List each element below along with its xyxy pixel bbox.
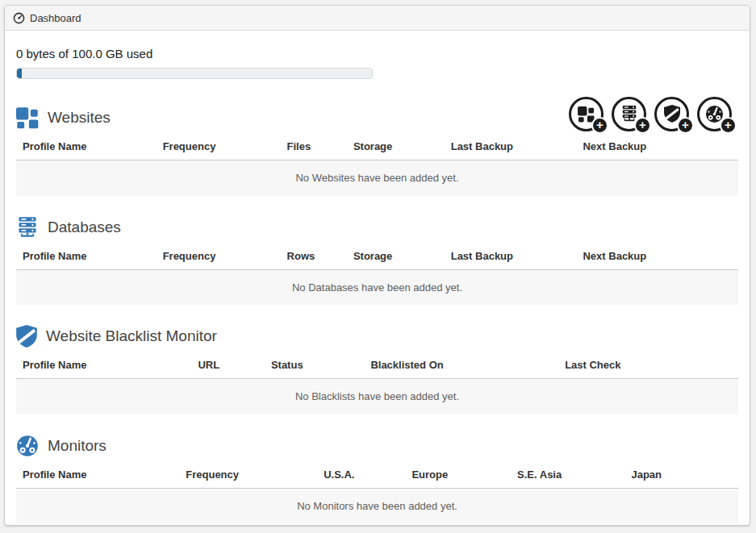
storage-usage-text: 0 bytes of 100.0 GB used: [16, 47, 738, 60]
empty-state-text: No Monitors have been added yet.: [16, 488, 738, 523]
column-header: Frequency: [179, 464, 317, 489]
plus-icon: +: [634, 117, 651, 134]
plus-icon: +: [720, 117, 737, 134]
section-title: Monitors: [48, 437, 107, 455]
column-header: Next Backup: [576, 246, 738, 270]
column-header: URL: [191, 355, 264, 379]
table-header-row: Profile Name Frequency Files Storage Las…: [16, 136, 738, 160]
plus-icon: +: [677, 117, 694, 134]
section-title: Websites: [48, 109, 111, 127]
column-header: Frequency: [157, 246, 281, 270]
databases-table: Profile Name Frequency Rows Storage Last…: [16, 246, 738, 306]
dashboard-gauge-icon: [13, 12, 25, 24]
panel-header: Dashboard: [5, 6, 750, 31]
column-header: Profile Name: [16, 355, 191, 379]
column-header: Last Backup: [445, 246, 577, 270]
column-header: Japan: [624, 464, 738, 489]
column-header: S.E. Asia: [511, 464, 624, 489]
column-header: Storage: [347, 136, 445, 160]
column-header: Profile Name: [16, 464, 179, 489]
column-header: Storage: [347, 246, 445, 270]
table-header-row: Profile Name URL Status Blacklisted On L…: [16, 355, 738, 379]
column-header: Profile Name: [16, 246, 157, 270]
section-blacklist-monitor: Website Blacklist Monitor Profile Name U…: [16, 325, 738, 414]
column-header: Files: [281, 136, 347, 160]
dashboard-panel: Dashboard 0 bytes of 100.0 GB used +: [4, 5, 750, 526]
section-monitors: Monitors Profile Name Frequency U.S.A. E…: [16, 435, 738, 524]
quick-add-toolbar: +: [569, 94, 737, 134]
empty-state-text: No Blacklists have been added yet.: [16, 379, 738, 414]
section-databases: Databases Profile Name Frequency Rows St…: [16, 216, 738, 306]
websites-blocks-icon: [16, 106, 39, 129]
section-title: Website Blacklist Monitor: [46, 327, 217, 345]
table-header-row: Profile Name Frequency Rows Storage Last…: [16, 246, 738, 270]
gauge-icon: [16, 435, 39, 457]
empty-state-text: No Databases have been added yet.: [16, 269, 738, 305]
column-header: U.S.A.: [317, 464, 405, 489]
column-header: Profile Name: [16, 136, 157, 160]
add-website-button[interactable]: +: [569, 94, 608, 134]
empty-state-row: No Monitors have been added yet.: [16, 488, 738, 523]
column-header: Last Backup: [445, 136, 577, 160]
storage-progress-bar: [16, 68, 373, 79]
blacklist-table: Profile Name URL Status Blacklisted On L…: [16, 355, 738, 414]
empty-state-row: No Blacklists have been added yet.: [16, 379, 738, 414]
column-header: Status: [265, 355, 365, 379]
column-header: Frequency: [157, 136, 281, 160]
column-header: Blacklisted On: [364, 355, 558, 379]
column-header: Rows: [281, 246, 347, 270]
empty-state-row: No Databases have been added yet.: [16, 269, 738, 305]
panel-body: 0 bytes of 100.0 GB used +: [5, 47, 750, 531]
websites-table: Profile Name Frequency Files Storage Las…: [16, 136, 738, 196]
panel-title: Dashboard: [30, 12, 81, 24]
column-header: Last Check: [558, 355, 738, 379]
add-monitor-button[interactable]: +: [697, 94, 737, 134]
table-header-row: Profile Name Frequency U.S.A. Europe S.E…: [16, 464, 738, 489]
add-database-button[interactable]: +: [612, 94, 651, 134]
column-header: Europe: [405, 464, 511, 489]
section-title: Databases: [48, 219, 121, 236]
plus-icon: +: [591, 117, 608, 134]
monitors-table: Profile Name Frequency U.S.A. Europe S.E…: [16, 464, 738, 524]
shield-icon: [16, 325, 37, 348]
empty-state-row: No Websites have been added yet.: [16, 160, 738, 196]
add-blacklist-monitor-button[interactable]: +: [654, 94, 694, 134]
databases-stack-icon: [16, 216, 39, 239]
column-header: Next Backup: [576, 136, 738, 160]
storage-progress-fill: [17, 69, 22, 78]
empty-state-text: No Websites have been added yet.: [16, 160, 738, 196]
